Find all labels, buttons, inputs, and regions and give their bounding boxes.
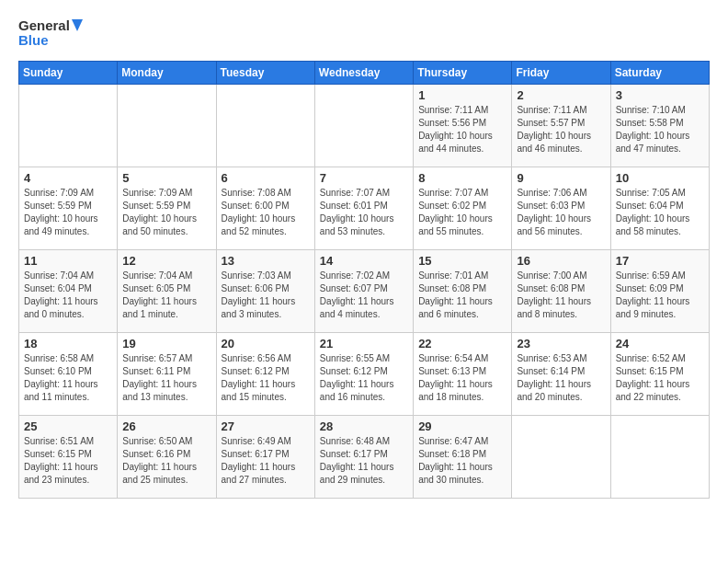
day-info: Sunrise: 6:58 AM Sunset: 6:10 PM Dayligh…: [24, 352, 112, 404]
day-info: Sunrise: 6:52 AM Sunset: 6:15 PM Dayligh…: [616, 352, 704, 404]
day-info: Sunrise: 6:47 AM Sunset: 6:18 PM Dayligh…: [418, 435, 506, 487]
calendar-cell: 7Sunrise: 7:07 AM Sunset: 6:01 PM Daylig…: [314, 167, 413, 250]
day-number: 7: [320, 171, 408, 185]
calendar-cell: 27Sunrise: 6:49 AM Sunset: 6:17 PM Dayli…: [216, 416, 314, 499]
day-info: Sunrise: 7:09 AM Sunset: 5:59 PM Dayligh…: [24, 187, 112, 238]
day-number: 29: [418, 419, 506, 433]
weekday-header-monday: Monday: [118, 62, 216, 85]
day-number: 16: [517, 254, 605, 268]
calendar-cell: 3Sunrise: 7:10 AM Sunset: 5:58 PM Daylig…: [610, 85, 709, 167]
day-number: 26: [122, 419, 210, 433]
calendar-week-row: 1Sunrise: 7:11 AM Sunset: 5:56 PM Daylig…: [19, 85, 710, 167]
day-info: Sunrise: 6:57 AM Sunset: 6:11 PM Dayligh…: [122, 352, 210, 404]
day-number: 23: [517, 337, 605, 350]
svg-marker-2: [72, 19, 83, 31]
day-number: 15: [418, 254, 506, 268]
calendar-cell: 1Sunrise: 7:11 AM Sunset: 5:56 PM Daylig…: [414, 85, 512, 167]
day-number: 8: [418, 171, 506, 185]
calendar-cell: [314, 85, 413, 167]
svg-text:General: General: [18, 17, 70, 33]
day-info: Sunrise: 6:50 AM Sunset: 6:16 PM Dayligh…: [122, 435, 210, 487]
day-info: Sunrise: 7:08 AM Sunset: 6:00 PM Dayligh…: [222, 187, 310, 238]
calendar-week-row: 11Sunrise: 7:04 AM Sunset: 6:04 PM Dayli…: [19, 250, 710, 333]
calendar-cell: 20Sunrise: 6:56 AM Sunset: 6:12 PM Dayli…: [216, 333, 314, 416]
day-number: 25: [24, 419, 112, 433]
day-number: 20: [222, 337, 310, 350]
calendar-cell: [19, 85, 118, 167]
calendar-cell: 19Sunrise: 6:57 AM Sunset: 6:11 PM Dayli…: [118, 333, 216, 416]
day-info: Sunrise: 6:48 AM Sunset: 6:17 PM Dayligh…: [320, 435, 408, 487]
day-number: 17: [616, 254, 704, 268]
day-info: Sunrise: 6:55 AM Sunset: 6:12 PM Dayligh…: [320, 352, 408, 404]
calendar-cell: 2Sunrise: 7:11 AM Sunset: 5:57 PM Daylig…: [512, 85, 610, 167]
day-info: Sunrise: 7:07 AM Sunset: 6:02 PM Dayligh…: [418, 187, 506, 238]
weekday-header-friday: Friday: [512, 62, 610, 85]
logo-svg: GeneralBlue: [18, 15, 92, 52]
day-number: 19: [122, 337, 210, 350]
day-number: 28: [320, 419, 408, 433]
day-info: Sunrise: 6:53 AM Sunset: 6:14 PM Dayligh…: [517, 352, 605, 404]
day-number: 22: [418, 337, 506, 350]
calendar-week-row: 25Sunrise: 6:51 AM Sunset: 6:15 PM Dayli…: [19, 416, 710, 499]
calendar-cell: 24Sunrise: 6:52 AM Sunset: 6:15 PM Dayli…: [610, 333, 709, 416]
weekday-header-thursday: Thursday: [414, 62, 512, 85]
calendar-table: SundayMondayTuesdayWednesdayThursdayFrid…: [18, 61, 710, 499]
day-info: Sunrise: 7:04 AM Sunset: 6:05 PM Dayligh…: [122, 270, 210, 321]
calendar-cell: 26Sunrise: 6:50 AM Sunset: 6:16 PM Dayli…: [118, 416, 216, 499]
day-number: 12: [122, 254, 210, 268]
weekday-header-sunday: Sunday: [19, 62, 118, 85]
header: GeneralBlue: [18, 15, 710, 52]
day-number: 21: [320, 337, 408, 350]
day-info: Sunrise: 7:04 AM Sunset: 6:04 PM Dayligh…: [24, 270, 112, 321]
day-info: Sunrise: 6:59 AM Sunset: 6:09 PM Dayligh…: [616, 270, 704, 321]
day-info: Sunrise: 6:56 AM Sunset: 6:12 PM Dayligh…: [222, 352, 310, 404]
day-number: 3: [616, 88, 704, 102]
day-number: 11: [24, 254, 112, 268]
calendar-cell: [216, 85, 314, 167]
day-info: Sunrise: 6:49 AM Sunset: 6:17 PM Dayligh…: [222, 435, 310, 487]
svg-text:Blue: Blue: [18, 32, 49, 48]
calendar-cell: 29Sunrise: 6:47 AM Sunset: 6:18 PM Dayli…: [414, 416, 512, 499]
day-number: 18: [24, 337, 112, 350]
day-number: 1: [418, 88, 506, 102]
day-info: Sunrise: 7:10 AM Sunset: 5:58 PM Dayligh…: [616, 104, 704, 155]
calendar-cell: 22Sunrise: 6:54 AM Sunset: 6:13 PM Dayli…: [414, 333, 512, 416]
day-info: Sunrise: 7:00 AM Sunset: 6:08 PM Dayligh…: [517, 270, 605, 321]
day-info: Sunrise: 7:09 AM Sunset: 5:59 PM Dayligh…: [122, 187, 210, 238]
calendar-cell: 17Sunrise: 6:59 AM Sunset: 6:09 PM Dayli…: [610, 250, 709, 333]
calendar-week-row: 4Sunrise: 7:09 AM Sunset: 5:59 PM Daylig…: [19, 167, 710, 250]
calendar-cell: 6Sunrise: 7:08 AM Sunset: 6:00 PM Daylig…: [216, 167, 314, 250]
day-number: 24: [616, 337, 704, 350]
weekday-header-row: SundayMondayTuesdayWednesdayThursdayFrid…: [19, 62, 710, 85]
calendar-cell: 5Sunrise: 7:09 AM Sunset: 5:59 PM Daylig…: [118, 167, 216, 250]
calendar-cell: [610, 416, 709, 499]
day-info: Sunrise: 7:02 AM Sunset: 6:07 PM Dayligh…: [320, 270, 408, 321]
calendar-cell: 25Sunrise: 6:51 AM Sunset: 6:15 PM Dayli…: [19, 416, 118, 499]
calendar-week-row: 18Sunrise: 6:58 AM Sunset: 6:10 PM Dayli…: [19, 333, 710, 416]
calendar-body: 1Sunrise: 7:11 AM Sunset: 5:56 PM Daylig…: [19, 85, 710, 499]
day-info: Sunrise: 7:05 AM Sunset: 6:04 PM Dayligh…: [616, 187, 704, 238]
logo: GeneralBlue: [18, 15, 92, 52]
day-number: 5: [122, 171, 210, 185]
day-info: Sunrise: 6:54 AM Sunset: 6:13 PM Dayligh…: [418, 352, 506, 404]
calendar-cell: 21Sunrise: 6:55 AM Sunset: 6:12 PM Dayli…: [314, 333, 413, 416]
calendar-cell: 16Sunrise: 7:00 AM Sunset: 6:08 PM Dayli…: [512, 250, 610, 333]
day-info: Sunrise: 7:01 AM Sunset: 6:08 PM Dayligh…: [418, 270, 506, 321]
day-number: 4: [24, 171, 112, 185]
day-info: Sunrise: 7:07 AM Sunset: 6:01 PM Dayligh…: [320, 187, 408, 238]
day-info: Sunrise: 7:11 AM Sunset: 5:57 PM Dayligh…: [517, 104, 605, 155]
calendar-cell: 15Sunrise: 7:01 AM Sunset: 6:08 PM Dayli…: [414, 250, 512, 333]
weekday-header-wednesday: Wednesday: [314, 62, 413, 85]
day-number: 2: [517, 88, 605, 102]
weekday-header-saturday: Saturday: [610, 62, 709, 85]
day-info: Sunrise: 6:51 AM Sunset: 6:15 PM Dayligh…: [24, 435, 112, 487]
day-number: 27: [222, 419, 310, 433]
day-number: 10: [616, 171, 704, 185]
day-info: Sunrise: 7:06 AM Sunset: 6:03 PM Dayligh…: [517, 187, 605, 238]
day-number: 14: [320, 254, 408, 268]
day-info: Sunrise: 7:11 AM Sunset: 5:56 PM Dayligh…: [418, 104, 506, 155]
calendar-cell: 8Sunrise: 7:07 AM Sunset: 6:02 PM Daylig…: [414, 167, 512, 250]
calendar-cell: 11Sunrise: 7:04 AM Sunset: 6:04 PM Dayli…: [19, 250, 118, 333]
calendar-cell: 14Sunrise: 7:02 AM Sunset: 6:07 PM Dayli…: [314, 250, 413, 333]
calendar-cell: 9Sunrise: 7:06 AM Sunset: 6:03 PM Daylig…: [512, 167, 610, 250]
